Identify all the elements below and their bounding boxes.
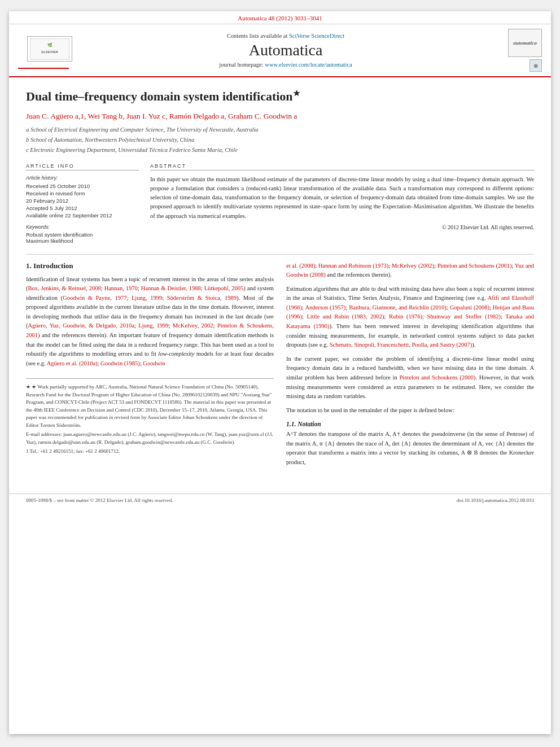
ref-aguero2010a[interactable]: Agüero, Yuz, Goodwin, & Delgado, 2010a: [28, 322, 135, 329]
article-info-header: ARTICLE INFO: [26, 163, 139, 171]
article-info-col: ARTICLE INFO Article history: Received 2…: [26, 163, 139, 244]
ref-little-rubin[interactable]: Little and Rubin (1983, 2002): [307, 313, 384, 320]
page: Automatica 48 (2012) 3031–3041 🌿 ELSEVIE…: [9, 11, 551, 734]
section1-para3: Estimation algorithms that are able to d…: [286, 285, 534, 350]
body-right-col: et al. (2008); Hannan and Robinson (1973…: [286, 261, 534, 472]
ref-box2008[interactable]: Box, Jenkins, & Reinsel, 2008: [28, 285, 101, 291]
article-history-label: Article history:: [26, 175, 139, 181]
paper-title-star: ★: [293, 89, 300, 98]
abstract-text: In this paper we obtain the maximum like…: [150, 175, 534, 232]
ref-et-al-2008[interactable]: et al. (2008): [286, 263, 315, 269]
journal-center: Contents lists available at SciVerse Sci…: [69, 33, 502, 68]
ref-aguero2010a-2[interactable]: Agüero et al. (2010a): [47, 360, 98, 366]
keyword-1: Robust system identification: [26, 231, 139, 238]
date-revised-label: Received in revised form: [26, 190, 139, 196]
affiliation-a: a School of Electrical Engineering and C…: [26, 125, 534, 135]
section1-para5: The notation to be used in the remainder…: [286, 406, 534, 416]
affiliation-c: c Electronic Engineering Department, Uni…: [26, 146, 534, 155]
contents-text: Contents lists available at: [227, 33, 288, 39]
section1-para2: et al. (2008); Hannan and Robinson (1973…: [286, 261, 534, 280]
abstract-copyright: © 2012 Elsevier Ltd. All rights reserved…: [150, 223, 534, 232]
ref-lutkepohl[interactable]: Lütkepohl, 2005: [204, 285, 244, 291]
ref-pintelon2000[interactable]: Pintelon and Schoukens (2000): [399, 374, 475, 381]
date-online: Available online 22 September 2012: [26, 212, 139, 219]
main-content: Dual time–frequency domain system identi…: [9, 77, 551, 483]
paper-title: Dual time–frequency domain system identi…: [26, 89, 534, 105]
section1-para1: Identification of linear systems has bee…: [26, 275, 274, 369]
affiliations: a School of Electrical Engineering and C…: [26, 125, 534, 155]
journal-right: automatica ⊕: [502, 29, 542, 72]
sciverse-link[interactable]: SciVerse ScienceDirect: [289, 33, 344, 39]
footnote-email: E-mail addresses: juan.aguero@newcastle.…: [26, 431, 274, 446]
svg-text:🌿: 🌿: [47, 42, 53, 47]
date-revised: 20 February 2012: [26, 198, 139, 204]
ref-ljung1999[interactable]: Ljung, 1999: [132, 295, 162, 301]
automatica-logo: automatica: [508, 29, 542, 57]
svg-text:ELSEVIER: ELSEVIER: [41, 50, 58, 54]
contents-available-line: Contents lists available at SciVerse Sci…: [69, 33, 502, 39]
section1-number: 1.: [26, 261, 32, 270]
ref-schenato[interactable]: Schenato, Sinopoli, Franceschetti, Pooll…: [330, 342, 473, 348]
ref-banbura[interactable]: Banbura, Giannone, and Reichlin (2010): [349, 304, 447, 311]
ref-mckelvey[interactable]: McKelvey, 2002: [173, 322, 213, 329]
footnote-star: ★ ★ Work partially supported by ARC, Aus…: [26, 383, 274, 429]
subsection-1-1-title: 1.1. Notation: [286, 421, 534, 427]
homepage-text: journal homepage:: [219, 62, 263, 68]
journal-title: Automatica: [69, 41, 502, 59]
elsevier-logo-area: 🌿 ELSEVIER: [18, 32, 69, 69]
ref-shumway[interactable]: Shumway and Stoffer (1982): [427, 313, 501, 320]
keyword-2: Maximum likelihood: [26, 238, 139, 244]
subsection-1-1-text: A^T denotes the transpose of the matrix …: [286, 430, 534, 467]
abstract-body: In this paper we obtain the maximum like…: [150, 176, 534, 219]
footnote-star-marker: ★: [26, 384, 32, 390]
journal-citation-bar: Automatica 48 (2012) 3031–3041: [9, 11, 551, 24]
section1-title-text: Introduction: [33, 261, 73, 270]
ref-gopaluni[interactable]: Gopaluni (2008): [450, 304, 489, 311]
elsevier-logo-image: 🌿 ELSEVIER: [27, 36, 72, 62]
footnote-tel: 1 Tel.: +61 2 49216151; fax: +61 2 49601…: [26, 448, 274, 456]
article-info-abstract-section: ARTICLE INFO Article history: Received 2…: [26, 163, 534, 244]
paper-title-text: Dual time–frequency domain system identi…: [26, 89, 293, 103]
bottom-bar: 0005-1098/$ – see front matter © 2012 El…: [9, 493, 551, 506]
footnote-email-text: E-mail addresses: juan.aguero@newcastle.…: [26, 431, 273, 445]
ref-rubin1976[interactable]: Rubin (1976): [389, 313, 422, 320]
footnote-tel-text: 1 Tel.: +61 2 49216151; fax: +61 2 49601…: [26, 448, 120, 454]
section1-title: 1. Introduction: [26, 261, 274, 270]
ref-ljung1999b[interactable]: Ljung, 1999: [138, 322, 168, 329]
authors-text: Juan C. Agüero a,1, Wei Tang b, Juan I. …: [26, 112, 297, 120]
abstract-col: ABSTRACT In this paper we obtain the max…: [150, 163, 534, 244]
body-left-col: 1. Introduction Identification of linear…: [26, 261, 274, 472]
journal-citation: Automatica 48 (2012) 3031–3041: [238, 15, 322, 21]
section-divider: [26, 254, 534, 255]
date-accepted: Accepted 5 July 2012: [26, 205, 139, 211]
ref-soderstrom[interactable]: Söderström & Stoica, 1989: [167, 295, 237, 301]
journal-header: 🌿 ELSEVIER Contents lists available at S…: [9, 24, 551, 77]
svg-rect-0: [30, 38, 69, 60]
date-received: Received 25 October 2010: [26, 183, 139, 189]
ref-hannan1970[interactable]: Hannan, 1970: [104, 285, 138, 291]
body-two-col: 1. Introduction Identification of linear…: [26, 261, 534, 472]
affiliation-b: b School of Automation, Northwestern Pol…: [26, 136, 534, 145]
homepage-line: journal homepage: www.elsevier.com/locat…: [69, 62, 502, 68]
section1-para4: In the current paper, we consider the pr…: [286, 355, 534, 401]
ref-anderson1957[interactable]: Anderson (1957): [305, 304, 345, 311]
ref-goodwin-payne[interactable]: Goodwin & Payne, 1977: [63, 295, 126, 301]
ref-goodwin1985[interactable]: Goodwin (1985): [100, 360, 140, 366]
footnote-section: ★ ★ Work partially supported by ARC, Aus…: [26, 378, 274, 456]
homepage-link[interactable]: www.elsevier.com/locate/automatica: [265, 62, 352, 68]
ref-pintelon-schoukens-2001[interactable]: Pintelon and Schoukens (2001): [438, 263, 512, 269]
rss-icon[interactable]: ⊕: [530, 59, 542, 72]
ref-hannan-deistler[interactable]: Hannan & Deistler, 1988: [141, 285, 201, 291]
keywords-label: Keywords:: [26, 224, 139, 230]
footnote-star-text: ★ Work partially supported by ARC, Austr…: [26, 384, 272, 428]
doi-text: doi:10.1016/j.automatica.2012.08.033: [457, 497, 534, 503]
ref-goodwin-last[interactable]: Goodwin: [143, 360, 165, 366]
abstract-header: ABSTRACT: [150, 163, 534, 171]
ref-hannan-robinson[interactable]: Hannan and Robinson (1973): [318, 263, 388, 269]
copyright-notice: 0005-1098/$ – see front matter © 2012 El…: [26, 497, 173, 503]
ref-mckelvey-2002[interactable]: McKelvey (2002): [392, 263, 434, 269]
authors-line: Juan C. Agüero a,1, Wei Tang b, Juan I. …: [26, 111, 534, 122]
